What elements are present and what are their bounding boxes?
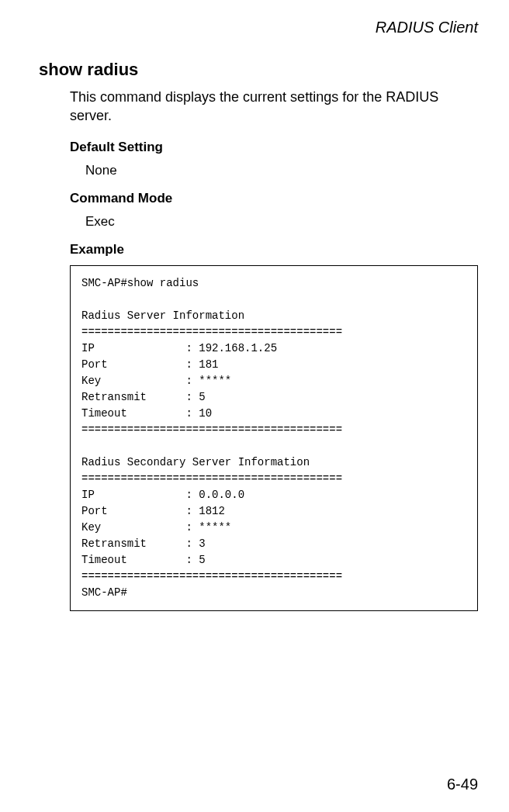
header-context: RADIUS Client <box>39 19 478 36</box>
default-setting-value: None <box>85 163 478 178</box>
command-mode-label: Command Mode <box>70 191 478 206</box>
example-label: Example <box>70 242 478 257</box>
default-setting-label: Default Setting <box>70 140 478 155</box>
command-mode-value: Exec <box>85 214 478 230</box>
command-title: show radius <box>39 60 478 80</box>
example-output: SMC-AP#show radius Radius Server Informa… <box>70 265 478 611</box>
command-description: This command displays the current settin… <box>70 88 478 126</box>
page-number: 6-49 <box>447 776 478 793</box>
